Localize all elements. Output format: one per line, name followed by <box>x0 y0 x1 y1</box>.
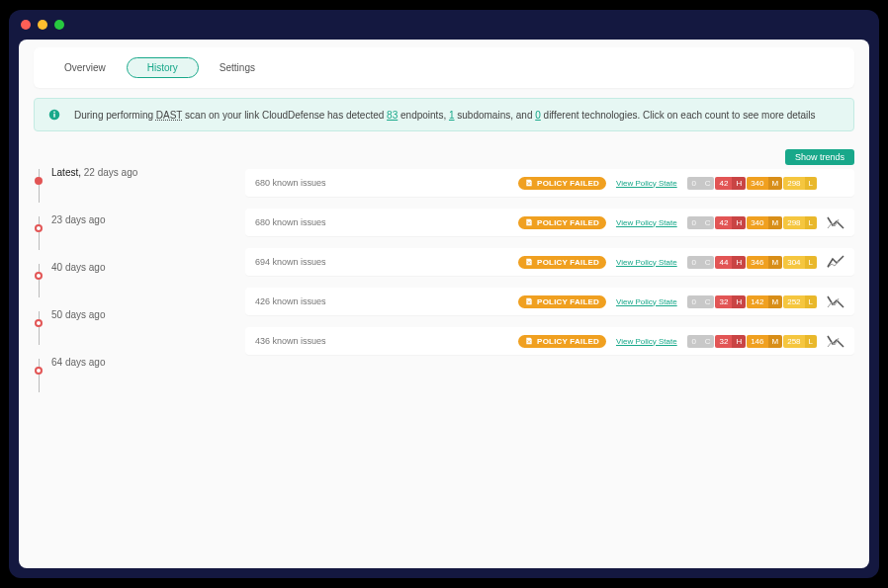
policy-status-badge[interactable]: POLICY FAILED <box>518 177 606 190</box>
policy-failed-icon <box>525 218 533 226</box>
issues-count: 426 known issues <box>255 296 508 306</box>
trend-up-icon <box>827 255 844 269</box>
tab-settings[interactable]: Settings <box>199 57 276 78</box>
tabs-card: Overview History Settings <box>34 47 854 88</box>
scan-row[interactable]: 680 known issues POLICY FAILED View Poli… <box>245 209 854 236</box>
view-policy-state-link[interactable]: View Policy State <box>616 258 677 267</box>
trend-down-icon <box>827 215 844 229</box>
trend-indicator[interactable] <box>827 294 844 308</box>
timeline-label: 64 days ago <box>51 357 106 368</box>
scan-row[interactable]: 694 known issues POLICY FAILED View Poli… <box>245 248 854 276</box>
trend-down-icon <box>827 334 844 348</box>
tab-overview[interactable]: Overview <box>44 57 127 78</box>
content-area: Overview History Settings During perform… <box>19 40 869 568</box>
timeline-marker-icon <box>35 177 43 185</box>
trend-down-icon <box>827 294 844 308</box>
endpoints-count[interactable]: 83 <box>387 110 398 121</box>
policy-status-badge[interactable]: POLICY FAILED <box>518 216 606 229</box>
severity-badges: 0C 42H 340M 298L <box>687 177 817 190</box>
tab-group: Overview History Settings <box>44 57 844 78</box>
info-banner: During performing DAST scan on your link… <box>34 98 854 131</box>
timeline-item[interactable]: 64 days ago <box>34 359 231 392</box>
timeline-item[interactable]: 40 days ago <box>34 264 231 297</box>
scan-row[interactable]: 436 known issues POLICY FAILED View Poli… <box>245 327 854 355</box>
trend-indicator[interactable] <box>827 334 844 348</box>
policy-failed-icon <box>525 179 533 187</box>
info-icon <box>48 109 60 121</box>
banner-text: During performing DAST scan on your link… <box>74 110 816 121</box>
scan-row[interactable]: 426 known issues POLICY FAILED View Poli… <box>245 288 854 315</box>
title-bar <box>9 10 879 40</box>
timeline-marker-icon <box>35 224 43 232</box>
timeline-label: 50 days ago <box>51 309 106 320</box>
timeline-marker-icon <box>35 367 43 375</box>
trend-indicator[interactable] <box>827 215 844 229</box>
policy-failed-icon <box>525 258 533 266</box>
issues-count: 680 known issues <box>255 178 508 188</box>
timeline-marker-icon <box>35 272 43 280</box>
policy-failed-icon <box>525 337 533 345</box>
severity-badges: 0C 32H 142M 252L <box>687 295 817 308</box>
severity-badges: 0C 44H 346M 304L <box>687 256 817 269</box>
timeline-label: Latest, 22 days ago <box>51 167 137 178</box>
timeline-label: 40 days ago <box>51 262 106 273</box>
maximize-dot-icon[interactable] <box>54 20 64 30</box>
close-dot-icon[interactable] <box>21 20 31 30</box>
trend-indicator[interactable] <box>827 176 844 190</box>
svg-rect-2 <box>53 112 55 114</box>
trend-indicator[interactable] <box>827 255 844 269</box>
app-window: Overview History Settings During perform… <box>9 10 879 578</box>
issues-count: 436 known issues <box>255 336 508 346</box>
scan-history-list: 680 known issues POLICY FAILED View Poli… <box>245 169 854 406</box>
view-policy-state-link[interactable]: View Policy State <box>616 179 677 188</box>
dast-link[interactable]: DAST <box>156 110 183 121</box>
view-policy-state-link[interactable]: View Policy State <box>616 218 677 227</box>
severity-badges: 0C 42H 340M 298L <box>687 216 817 229</box>
policy-status-badge[interactable]: POLICY FAILED <box>518 335 606 348</box>
minimize-dot-icon[interactable] <box>38 20 47 30</box>
policy-status-badge[interactable]: POLICY FAILED <box>518 256 606 269</box>
policy-failed-icon <box>525 297 533 305</box>
issues-count: 680 known issues <box>255 217 508 227</box>
view-policy-state-link[interactable]: View Policy State <box>616 337 677 346</box>
issues-count: 694 known issues <box>255 257 508 267</box>
svg-rect-1 <box>53 114 55 118</box>
timeline-item[interactable]: 50 days ago <box>34 311 231 345</box>
policy-status-badge[interactable]: POLICY FAILED <box>518 295 606 308</box>
severity-badges: 0C 32H 146M 258L <box>687 335 817 348</box>
timeline-marker-icon <box>35 319 43 327</box>
tab-history[interactable]: History <box>127 57 199 78</box>
timeline-item[interactable]: 23 days ago <box>34 216 231 250</box>
timeline-item[interactable]: Latest, 22 days ago <box>34 169 231 203</box>
show-trends-button[interactable]: Show trends <box>785 149 854 165</box>
view-policy-state-link[interactable]: View Policy State <box>616 297 677 306</box>
scan-row[interactable]: 680 known issues POLICY FAILED View Poli… <box>245 169 854 197</box>
timeline-label: 23 days ago <box>51 214 106 225</box>
timeline: Latest, 22 days ago 23 days ago 40 days … <box>34 169 231 406</box>
